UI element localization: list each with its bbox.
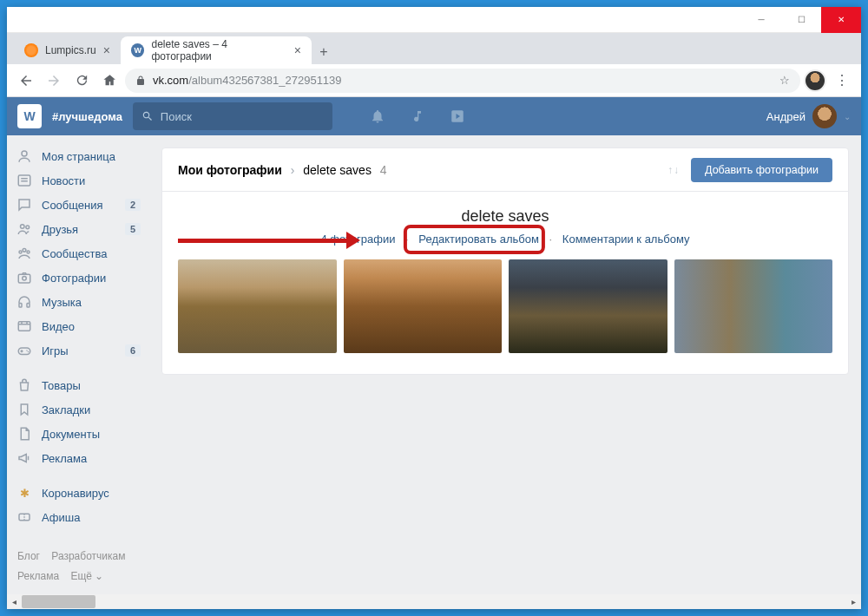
footer-link[interactable]: Ещё ⌄: [70, 570, 103, 582]
vk-header: W #лучшедома Поиск Андрей ⌄: [7, 97, 861, 135]
profile-avatar[interactable]: [804, 69, 826, 92]
link-album-comments[interactable]: Комментарии к альбому: [562, 233, 690, 246]
photo-thumbnail[interactable]: [509, 259, 667, 353]
vk-hashtag-link[interactable]: #лучшедома: [52, 110, 122, 123]
tab-close-icon[interactable]: ×: [103, 43, 110, 57]
groups-icon: [16, 245, 33, 262]
browser-window: ─ ☐ ✕ Lumpics.ru × W delete saves – 4 фо…: [7, 7, 861, 609]
play-icon[interactable]: [449, 108, 466, 125]
card-header: Мои фотографии › delete saves 4 ↑↓ Добав…: [162, 148, 848, 192]
sidebar-footer: Блог Разработчикам Реклама Ещё ⌄: [7, 540, 149, 593]
sidebar-item-ads[interactable]: Реклама: [7, 446, 149, 470]
window-minimize-button[interactable]: ─: [741, 7, 781, 33]
vk-search-input[interactable]: Поиск: [133, 102, 332, 130]
home-button[interactable]: [97, 69, 122, 93]
photo-thumbnail[interactable]: [674, 259, 833, 353]
sidebar-item-bookmarks[interactable]: Закладки: [7, 397, 149, 422]
vk-top-icons: [369, 108, 466, 125]
virus-icon: ✱: [16, 484, 33, 501]
sidebar-item-afisha[interactable]: Афиша: [7, 505, 149, 529]
tab-lumpics[interactable]: Lumpics.ru ×: [14, 36, 121, 64]
sidebar-item-profile[interactable]: Моя страница: [7, 144, 149, 168]
window-titlebar: ─ ☐ ✕: [7, 7, 861, 33]
url-text: vk.com/album432567381_272951139: [153, 74, 773, 87]
address-bar[interactable]: vk.com/album432567381_272951139 ☆: [125, 69, 800, 93]
footer-link[interactable]: Блог: [17, 550, 40, 562]
page-viewport: W #лучшедома Поиск Андрей ⌄: [7, 97, 861, 609]
vk-logo[interactable]: W: [17, 104, 42, 128]
svg-point-22: [28, 351, 30, 353]
breadcrumb: Мои фотографии › delete saves 4: [178, 163, 387, 177]
sort-button[interactable]: ↑↓: [667, 164, 679, 176]
annotation-arrow: [178, 232, 360, 249]
reload-button[interactable]: [69, 69, 94, 93]
tab-vk-active[interactable]: W delete saves – 4 фотографии ×: [121, 36, 312, 64]
svg-point-7: [23, 248, 26, 252]
horizontal-scrollbar[interactable]: ◂ ▸: [7, 594, 861, 609]
svg-point-21: [26, 350, 28, 351]
photo-thumbnail[interactable]: [178, 259, 337, 353]
browser-menu-button[interactable]: ⋮: [830, 69, 854, 93]
badge: 2: [125, 199, 141, 211]
sidebar-item-friends[interactable]: Друзья5: [7, 217, 149, 241]
sidebar-item-messages[interactable]: Сообщения2: [7, 193, 149, 217]
sidebar-item-covid[interactable]: ✱Коронавирус: [7, 481, 149, 505]
sidebar-item-news[interactable]: Новости: [7, 168, 149, 193]
svg-rect-13: [27, 304, 30, 308]
album-card: Мои фотографии › delete saves 4 ↑↓ Добав…: [161, 147, 849, 375]
search-placeholder: Поиск: [161, 110, 192, 123]
sidebar-item-games[interactable]: Игры6: [7, 338, 149, 363]
ticket-icon: [16, 508, 33, 526]
vk-sidebar: Моя страница Новости Сообщения2 Друзья5 …: [7, 135, 149, 594]
window-close-button[interactable]: ✕: [821, 7, 861, 33]
photo-thumbnail[interactable]: [344, 259, 503, 353]
scroll-left-arrow[interactable]: ◂: [7, 594, 22, 609]
footer-link[interactable]: Разработчикам: [51, 550, 125, 562]
message-icon: [16, 196, 33, 213]
lock-icon: [135, 75, 146, 87]
badge: 6: [125, 344, 141, 357]
window-maximize-button[interactable]: ☐: [781, 7, 821, 33]
tab-close-icon[interactable]: ×: [294, 43, 301, 57]
highlight-box: Редактировать альбом: [404, 225, 545, 254]
sidebar-item-market[interactable]: Товары: [7, 373, 149, 397]
browser-toolbar: vk.com/album432567381_272951139 ☆ ⋮: [7, 64, 861, 97]
new-tab-button[interactable]: +: [312, 40, 336, 64]
sidebar-item-photos[interactable]: Фотографии: [7, 265, 149, 290]
back-button[interactable]: [14, 69, 38, 93]
vk-user-menu[interactable]: Андрей ⌄: [766, 104, 851, 128]
sidebar-item-docs[interactable]: Документы: [7, 422, 149, 446]
megaphone-icon: [16, 449, 33, 467]
news-icon: [16, 172, 33, 189]
file-icon: [16, 425, 33, 442]
music-icon[interactable]: [409, 108, 426, 125]
breadcrumb-separator: ›: [291, 163, 295, 177]
scroll-right-arrow[interactable]: ▸: [846, 594, 861, 609]
tab-title: delete saves – 4 фотографии: [151, 38, 286, 62]
footer-link[interactable]: Реклама: [17, 570, 59, 582]
svg-point-6: [26, 226, 30, 229]
user-avatar: [812, 104, 837, 128]
gamepad-icon: [16, 342, 33, 359]
svg-rect-14: [18, 322, 30, 331]
user-icon: [16, 147, 33, 165]
sidebar-item-music[interactable]: Музыка: [7, 290, 149, 314]
sidebar-item-video[interactable]: Видео: [7, 314, 149, 338]
browser-tabstrip: Lumpics.ru × W delete saves – 4 фотограф…: [7, 33, 861, 64]
notifications-icon[interactable]: [369, 108, 386, 125]
svg-point-1: [22, 151, 27, 156]
bookmark-star-icon[interactable]: ☆: [779, 74, 790, 87]
forward-button[interactable]: [42, 69, 66, 93]
friends-icon: [16, 220, 33, 238]
scroll-thumb[interactable]: [22, 595, 95, 608]
favicon-vk: W: [131, 43, 145, 57]
add-photos-button[interactable]: Добавить фотографии: [691, 158, 832, 182]
bag-icon: [16, 377, 33, 394]
svg-point-8: [19, 251, 22, 253]
camera-icon: [16, 269, 33, 286]
svg-rect-18: [18, 348, 30, 355]
user-name: Андрей: [766, 110, 806, 123]
sidebar-item-groups[interactable]: Сообщества: [7, 241, 149, 265]
search-icon: [141, 110, 154, 122]
breadcrumb-root[interactable]: Мои фотографии: [178, 163, 282, 177]
